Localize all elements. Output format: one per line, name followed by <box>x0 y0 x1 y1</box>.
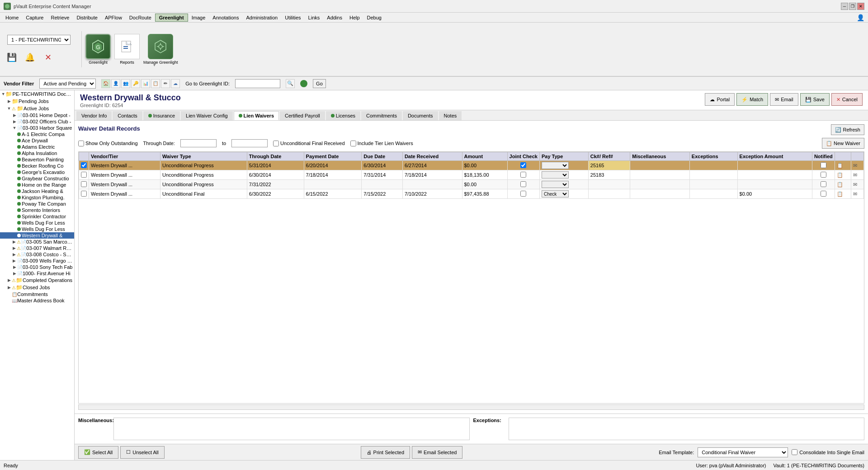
joint-check-3[interactable] <box>520 181 526 187</box>
menu-help[interactable]: Help <box>346 14 363 21</box>
action2-cell-3[interactable]: ✉ <box>851 180 863 189</box>
active-pending-select[interactable]: Active and Pending <box>39 79 96 89</box>
menu-apflow[interactable]: APFlow <box>101 14 126 21</box>
menu-distribute[interactable]: Distribute <box>73 14 101 21</box>
greenlight-id-input[interactable] <box>235 79 280 88</box>
sidebar-item-job-003[interactable]: ▼ 📄 03-003 Harbor Square <box>0 125 74 131</box>
tab-commitments[interactable]: Commitments <box>361 111 402 120</box>
menu-greenlight[interactable]: Greenlight <box>155 14 188 22</box>
table-row[interactable]: Western Drywall ... Unconditional Progre… <box>79 180 864 189</box>
show-outstanding-checkbox[interactable] <box>78 141 84 146</box>
tab-contacts[interactable]: Contacts <box>113 111 142 120</box>
sidebar-item-sprinkler[interactable]: Sprinkler Contractor <box>0 213 74 220</box>
reports-toolbar-button[interactable]: Reports <box>114 34 140 65</box>
sidebar-item-job-008[interactable]: ▶ ⚠ 📄 03-008 Costco - San M <box>0 251 74 258</box>
exceptions-textarea[interactable] <box>509 418 865 440</box>
sidebar-item-ace[interactable]: Ace Drywall <box>0 137 74 144</box>
sidebar-item-a1electric[interactable]: A-1 Electric Compa <box>0 131 74 137</box>
row-check-2[interactable] <box>81 172 87 178</box>
sidebar-item-becker[interactable]: Becker Roofing Co <box>0 163 74 169</box>
filter-icon-6[interactable]: 📋 <box>151 79 160 88</box>
bell-toolbar-button[interactable]: 🔔 <box>22 49 38 66</box>
menu-annotations[interactable]: Annotations <box>209 14 242 21</box>
sidebar-item-closed[interactable]: ▶ ⚠ 📁 Closed Jobs <box>0 284 74 291</box>
filter-icon-3[interactable]: 👥 <box>121 79 130 88</box>
joint-check-1[interactable] <box>520 162 526 168</box>
menu-docroute[interactable]: DocRoute <box>126 14 155 21</box>
joint-check-4[interactable] <box>520 191 526 197</box>
action2-cell-1[interactable]: ✉ <box>851 161 863 170</box>
sidebar-item-wells2[interactable]: Wells Dug For Less <box>0 226 74 232</box>
menu-debug[interactable]: Debug <box>363 14 385 21</box>
sidebar-item-pending[interactable]: ▶ 📁 Pending Jobs <box>0 98 74 105</box>
sidebar-item-job-1000[interactable]: ▶ 📄 1000- First Avenue Hi <box>0 270 74 277</box>
action1-cell-2[interactable]: 📋 <box>835 170 851 180</box>
action2-cell-2[interactable]: ✉ <box>851 170 863 180</box>
sidebar-item-job-010[interactable]: ▶ 📄 03-010 Sony Tech Fab <box>0 264 74 270</box>
menu-addins[interactable]: Addins <box>323 14 346 21</box>
go-button[interactable]: Go <box>313 79 326 88</box>
action1-cell-1[interactable]: 📋 <box>835 161 851 170</box>
sidebar-item-sorrento[interactable]: Sorrento Interiors <box>0 207 74 213</box>
manage-greenlight-toolbar-button[interactable]: Manage Greenlight <box>143 34 178 65</box>
sidebar-item-adams[interactable]: Adams Electric <box>0 144 74 150</box>
sidebar-item-completed[interactable]: ▶ ⚠ 📁 Completed Operations <box>0 277 74 284</box>
action2-cell-4[interactable]: ✉ <box>851 189 863 199</box>
sidebar-item-poway[interactable]: Poway Tile Compan <box>0 201 74 207</box>
sidebar-item-home-range[interactable]: Home on the Range <box>0 182 74 188</box>
table-row[interactable]: Western Drywall ... Unconditional Progre… <box>79 161 864 170</box>
misc-textarea[interactable] <box>113 418 470 440</box>
tab-documents[interactable]: Documents <box>403 111 438 120</box>
action1-cell-3[interactable]: 📋 <box>835 180 851 189</box>
save-button[interactable]: 💾 Save <box>800 93 830 106</box>
filter-icon-1[interactable]: 🏠 <box>101 79 110 88</box>
tab-certified-payroll[interactable]: Certified Payroll <box>280 111 325 120</box>
sidebar-item-job-001[interactable]: ▶ 📄 03-001 Home Depot - <box>0 112 74 118</box>
filter-icon-8[interactable]: ☁ <box>171 79 180 88</box>
notified-check-1[interactable] <box>821 162 826 168</box>
pay-type-select-3[interactable] <box>542 181 569 188</box>
sidebar-item-root[interactable]: ▼ 📁 PE-TECHWRITING Documents <box>0 90 74 98</box>
menu-home[interactable]: Home <box>2 14 22 21</box>
horizontal-scrollbar[interactable] <box>78 404 864 410</box>
minimize-button[interactable]: ─ <box>841 3 848 10</box>
sidebar-item-job-005[interactable]: ▶ ⚠ 📄 03-005 San Marcos Cit <box>0 239 74 245</box>
notified-check-3[interactable] <box>821 181 826 187</box>
refresh-button[interactable]: 🔄 Refresh <box>831 124 864 135</box>
filter-icon-5[interactable]: 📊 <box>141 79 150 88</box>
sidebar-item-western[interactable]: Western Drywall & <box>0 232 74 239</box>
table-row[interactable]: Western Drywall ... Unconditional Progre… <box>79 170 864 180</box>
sidebar-item-alpha[interactable]: Alpha Insulation <box>0 150 74 156</box>
email-selected-button[interactable]: ✉ Email Selected <box>412 446 462 459</box>
tab-licenses[interactable]: Licenses <box>326 111 360 120</box>
pay-type-select-4[interactable]: Check <box>542 190 569 197</box>
menu-administration[interactable]: Administration <box>242 14 281 21</box>
joint-check-2[interactable] <box>520 172 526 178</box>
unselect-all-button[interactable]: ☐ Unselect All <box>120 446 164 459</box>
sidebar-item-address-book[interactable]: 📖 Master Address Book <box>0 297 74 304</box>
unconditional-checkbox[interactable] <box>273 141 279 146</box>
tab-lien-waiver-config[interactable]: Lien Waiver Config <box>181 111 233 120</box>
search-greenlight-button[interactable]: 🔍 <box>286 79 295 88</box>
notified-check-4[interactable] <box>821 191 826 197</box>
sidebar-item-georges[interactable]: George's Excavatio <box>0 169 74 175</box>
filter-icon-4[interactable]: 🔑 <box>131 79 140 88</box>
sidebar-item-commitments[interactable]: 📋 Commitments <box>0 291 74 297</box>
through-date-from-input[interactable] <box>180 139 217 147</box>
tab-vendor-info[interactable]: Vendor Info <box>76 111 112 120</box>
tab-insurance[interactable]: Insurance <box>143 111 180 120</box>
tab-lien-waivers[interactable]: Lien Waivers <box>234 111 279 120</box>
tab-notes[interactable]: Notes <box>439 111 462 120</box>
table-row[interactable]: Western Drywall ... Unconditional Final … <box>79 189 864 199</box>
tier-lien-checkbox[interactable] <box>350 141 356 146</box>
sidebar-item-job-009[interactable]: ▶ 📄 03-009 Wells Fargo Re <box>0 258 74 264</box>
doc-selector[interactable]: 1 - PE-TECHWRITING Documer <box>7 35 71 45</box>
email-template-select[interactable]: Conditional Final Waiver Unconditional F… <box>698 447 788 457</box>
save-toolbar-button[interactable]: 💾 <box>4 49 20 66</box>
sidebar-item-kingston[interactable]: Kingston Plumbing. <box>0 194 74 201</box>
menu-image[interactable]: Image <box>188 14 209 21</box>
action1-cell-4[interactable]: 📋 <box>835 189 851 199</box>
select-all-button[interactable]: ✅ Select All <box>78 446 118 459</box>
greenlight-toolbar-button[interactable]: G Greenlight <box>85 34 111 65</box>
menu-retrieve[interactable]: Retrieve <box>47 14 73 21</box>
